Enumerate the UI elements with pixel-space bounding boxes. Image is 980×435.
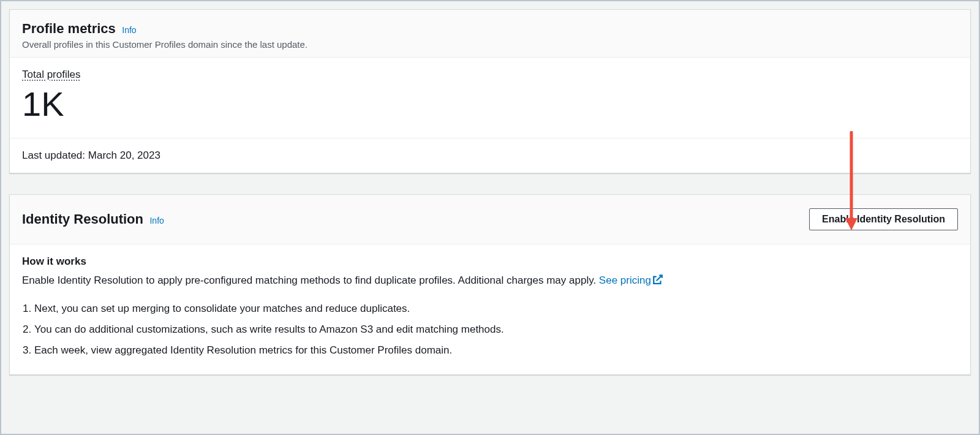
last-updated-value: March 20, 2023 — [88, 149, 160, 161]
list-item: Each week, view aggregated Identity Reso… — [34, 340, 958, 361]
see-pricing-link[interactable]: See pricing — [599, 274, 663, 286]
profile-metrics-panel: Profile metrics Info Overall profiles in… — [9, 9, 971, 173]
identity-resolution-panel: Identity Resolution Info Enable Identity… — [9, 194, 971, 375]
total-profiles-label: Total profiles — [22, 69, 958, 81]
total-profiles-value: 1K — [22, 83, 958, 124]
how-it-works-description: Enable Identity Resolution to apply pre-… — [22, 273, 958, 290]
see-pricing-label: See pricing — [599, 274, 651, 286]
how-it-works-steps: Next, you can set up merging to consolid… — [34, 298, 958, 361]
profile-metrics-body: Total profiles 1K — [10, 58, 970, 138]
identity-resolution-info-link[interactable]: Info — [149, 216, 164, 225]
identity-resolution-title: Identity Resolution — [22, 211, 143, 227]
profile-metrics-info-link[interactable]: Info — [122, 25, 136, 35]
how-it-works-title: How it works — [22, 255, 958, 268]
how-it-works-text: Enable Identity Resolution to apply pre-… — [22, 274, 599, 286]
last-updated-label: Last updated: — [22, 149, 88, 161]
identity-resolution-header: Identity Resolution Info Enable Identity… — [10, 195, 970, 244]
enable-identity-resolution-button[interactable]: Enable Identity Resolution — [809, 208, 958, 230]
profile-metrics-title: Profile metrics — [22, 21, 116, 36]
list-item: You can do additional customizations, su… — [34, 319, 958, 340]
profile-metrics-subtitle: Overall profiles in this Customer Profil… — [22, 39, 958, 50]
profile-metrics-header: Profile metrics Info Overall profiles in… — [10, 10, 970, 58]
list-item: Next, you can set up merging to consolid… — [34, 298, 958, 319]
identity-resolution-body: How it works Enable Identity Resolution … — [10, 244, 970, 374]
external-link-icon — [652, 274, 663, 290]
profile-metrics-footer: Last updated: March 20, 2023 — [10, 138, 970, 173]
